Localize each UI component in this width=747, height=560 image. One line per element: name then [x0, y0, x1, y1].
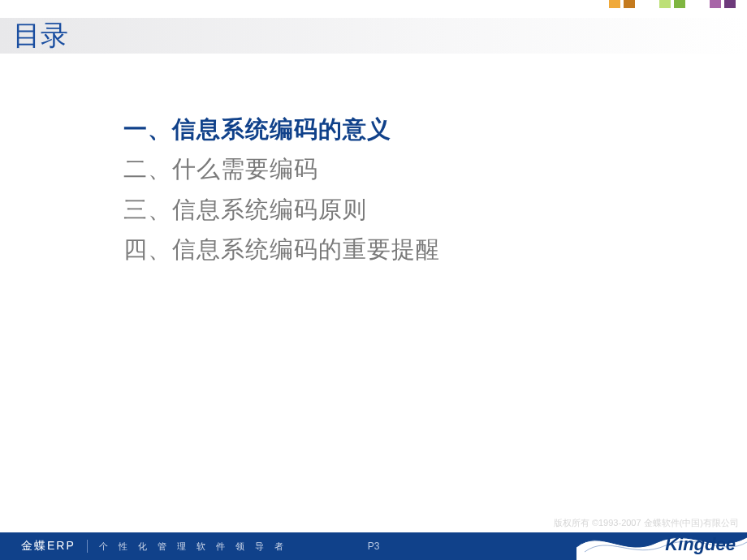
- toc-item-4: 四、信息系统编码的重要提醒: [123, 230, 440, 269]
- decor-square: [724, 0, 736, 8]
- decor-group-1: [609, 0, 635, 8]
- toc-item-1: 一、信息系统编码的意义: [123, 110, 440, 149]
- brand-name: 金蝶ERP: [21, 539, 76, 554]
- brand-tagline: 个 性 化 管 理 软 件 领 导 者: [99, 541, 288, 553]
- footer-divider: [87, 540, 88, 553]
- table-of-contents: 一、信息系统编码的意义 二、什么需要编码 三、信息系统编码原则 四、信息系统编码…: [123, 110, 440, 269]
- toc-item-3: 三、信息系统编码原则: [123, 190, 440, 230]
- brand-logo: Kingdee: [665, 534, 736, 555]
- decor-square: [710, 0, 721, 8]
- toc-item-2: 二、什么需要编码: [123, 149, 440, 189]
- decor-group-3: [710, 0, 736, 8]
- decor-square: [659, 0, 671, 8]
- decor-group-2: [659, 0, 685, 8]
- decor-square: [609, 0, 620, 8]
- page-title: 目录: [13, 17, 68, 54]
- page-number: P3: [368, 541, 380, 552]
- logo-area: Kingdee: [601, 519, 747, 560]
- top-decoration: [609, 0, 736, 8]
- decor-square: [624, 0, 635, 8]
- title-bar: 目录: [0, 18, 747, 54]
- footer-left: 金蝶ERP 个 性 化 管 理 软 件 领 导 者: [0, 539, 287, 554]
- decor-square: [674, 0, 685, 8]
